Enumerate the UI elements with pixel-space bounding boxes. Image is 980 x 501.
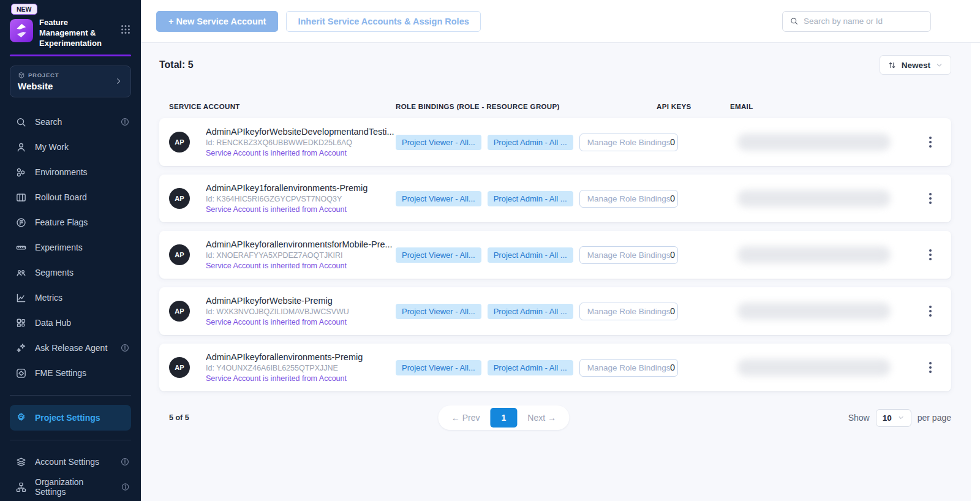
role-badge: Project Viewer - All...	[396, 360, 481, 375]
divider	[10, 440, 131, 440]
per-page-label: per page	[918, 413, 951, 423]
service-account-name: AdminAPIkeyforallenvironments-Premig	[206, 352, 396, 362]
pager: ← Prev 1 Next →	[439, 405, 569, 430]
kebab-menu[interactable]	[919, 133, 941, 151]
api-keys-count: 0	[657, 250, 730, 260]
current-page-button[interactable]: 1	[491, 408, 518, 428]
sidebar-item[interactable]: Segments	[0, 260, 141, 285]
table-row: AP AdminAPIkeyforWebsite-Premig Id: WXK3…	[159, 287, 951, 335]
page-size-dropdown[interactable]: 10	[876, 409, 911, 427]
nav-icon	[15, 116, 27, 128]
kebab-menu[interactable]	[919, 302, 941, 320]
divider	[10, 395, 131, 396]
table-header: SERVICE ACCOUNT ROLE BINDINGS (ROLE - RE…	[159, 103, 951, 110]
role-badge: Project Admin - All ...	[488, 191, 573, 206]
table-row: AP AdminAPIkeyforallenvironments-Premig …	[159, 344, 951, 391]
sidebar-item[interactable]: Feature Flags	[0, 210, 141, 235]
kebab-menu[interactable]	[919, 358, 941, 377]
sort-value: Newest	[902, 61, 930, 70]
sidebar-item-label: FME Settings	[35, 368, 86, 378]
service-account-id: Id: XNOERAFYYA5XPDEZ7AOQTJKIRI	[206, 251, 396, 260]
role-badge: Project Admin - All ...	[488, 135, 573, 150]
column-header-api-keys: API KEYS	[657, 103, 730, 110]
role-badge: Project Viewer - All...	[396, 191, 481, 206]
inherited-note: Service Account is inherited from Accoun…	[206, 149, 396, 157]
brand-underline	[10, 55, 131, 56]
sidebar-item[interactable]: Search	[0, 110, 141, 135]
content-panel: Total: 5 Newest SERVICE ACCOUNT ROLE BIN…	[141, 43, 971, 501]
service-account-id: Id: WXK3NVOJBQZILIDMAVBJWCSVWU	[206, 307, 396, 316]
main-area: + New Service Account Inherit Service Ac…	[141, 0, 980, 501]
sidebar-item[interactable]: Account Settings	[0, 450, 141, 475]
search-input[interactable]	[804, 17, 924, 26]
info-icon[interactable]	[120, 343, 130, 353]
nav-icon	[15, 342, 27, 354]
sidebar-item-label: Account Settings	[35, 457, 99, 467]
sidebar-item[interactable]: Metrics	[0, 285, 141, 311]
service-account-name: AdminAPIkey1forallenvironments-Premig	[206, 183, 396, 193]
inherited-note: Service Account is inherited from Accoun…	[206, 262, 396, 270]
sidebar-item[interactable]: Experiments	[0, 235, 141, 260]
inherited-note: Service Account is inherited from Accoun…	[206, 374, 396, 383]
avatar: AP	[169, 301, 190, 322]
sidebar-item-label: My Work	[35, 142, 69, 152]
nav-icon	[15, 141, 27, 153]
inherit-service-accounts-button[interactable]: Inherit Service Accounts & Assign Roles	[286, 11, 480, 32]
prev-page-button[interactable]: ← Prev	[441, 409, 491, 427]
sidebar-item[interactable]: Organization Settings	[0, 475, 141, 500]
sidebar-item[interactable]: Data Hub	[0, 311, 141, 336]
sidebar-item-label: Rollout Board	[35, 192, 87, 202]
api-keys-count: 0	[657, 194, 730, 203]
column-header-role-bindings: ROLE BINDINGS (ROLE - RESOURCE GROUP)	[396, 103, 657, 110]
next-page-button[interactable]: Next →	[517, 409, 567, 427]
avatar: AP	[169, 132, 190, 153]
role-badge: Project Viewer - All...	[396, 247, 481, 263]
column-header-email: EMAIL	[730, 103, 919, 110]
sidebar-item[interactable]: Rollout Board	[0, 185, 141, 210]
sidebar-item-label: Environments	[35, 167, 88, 177]
app-switcher-icon[interactable]	[120, 24, 131, 35]
sidebar-item[interactable]: Environments	[0, 160, 141, 185]
project-name: Website	[18, 81, 59, 91]
api-keys-count: 0	[657, 306, 730, 316]
show-label: Show	[848, 413, 870, 423]
email-redacted	[737, 190, 891, 207]
avatar: AP	[169, 244, 190, 265]
sidebar-item-label: Ask Release Agent	[35, 343, 107, 353]
nav-icon	[15, 292, 27, 304]
role-badge: Project Viewer - All...	[396, 135, 481, 150]
project-selector[interactable]: PROJECT Website	[10, 66, 131, 97]
kebab-menu[interactable]	[919, 189, 941, 208]
pagination: 5 of 5 ← Prev 1 Next → Show 10 per page	[159, 405, 951, 431]
sidebar-item-project-settings[interactable]: Project Settings	[10, 405, 131, 431]
info-icon[interactable]	[120, 457, 130, 467]
role-badge: Project Admin - All ...	[488, 360, 573, 375]
app-title: Feature Management & Experimentation	[39, 18, 108, 49]
table-row: AP AdminAPIkeyforallenvironmentsforMobil…	[159, 231, 951, 279]
table-row: AP AdminAPIkey1forallenvironments-Premig…	[159, 175, 951, 222]
inherited-note: Service Account is inherited from Accoun…	[206, 205, 396, 214]
info-icon[interactable]	[120, 117, 130, 127]
info-icon[interactable]	[121, 482, 130, 492]
table-rows: AP AdminAPIkeyforWebsiteDevelopmentandTe…	[159, 118, 951, 391]
inherited-note: Service Account is inherited from Accoun…	[206, 318, 396, 326]
sidebar-item[interactable]: My Work	[0, 135, 141, 160]
nav-icon	[15, 367, 27, 379]
new-badge: NEW	[11, 4, 37, 15]
search-box[interactable]	[782, 11, 931, 32]
fme-logo-icon	[10, 19, 33, 42]
nav-icon	[15, 317, 27, 329]
gear-icon	[15, 412, 27, 423]
email-redacted	[737, 134, 891, 151]
toolbar: + New Service Account Inherit Service Ac…	[141, 0, 980, 43]
total-count: Total: 5	[159, 59, 194, 70]
api-keys-count: 0	[657, 363, 730, 372]
chevron-right-icon	[114, 77, 123, 86]
role-badge: Project Viewer - All...	[396, 304, 481, 319]
sidebar-item[interactable]: FME Settings	[0, 361, 141, 386]
sidebar-item[interactable]: Ask Release Agent	[0, 336, 141, 361]
sidebar-item-label: Experiments	[35, 243, 83, 252]
new-service-account-button[interactable]: + New Service Account	[156, 11, 278, 32]
kebab-menu[interactable]	[919, 246, 941, 264]
sort-dropdown[interactable]: Newest	[880, 55, 951, 75]
